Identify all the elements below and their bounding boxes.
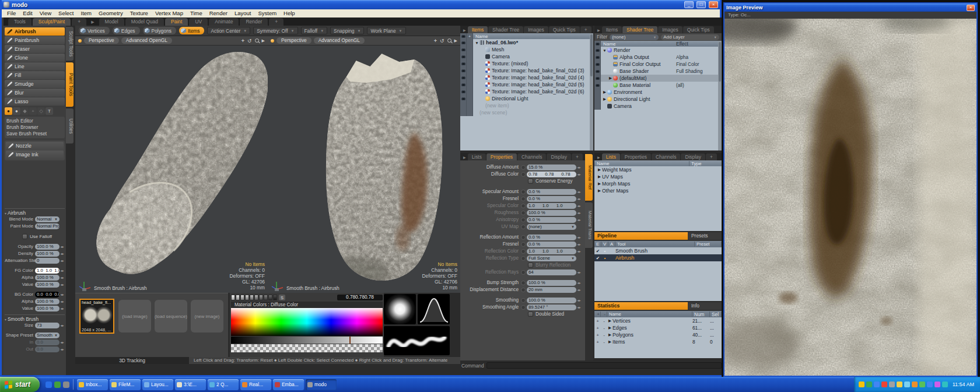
expander-icon[interactable]: ▼ — [602, 48, 607, 52]
channel-toggle-icon[interactable] — [521, 218, 526, 222]
tree-row-texture-image-head-bake-final-02d-3[interactable]: Texture: Image: head_bake_final_02d (3) — [460, 67, 593, 74]
menu-texture[interactable]: Texture — [127, 9, 152, 18]
field-in[interactable]: 0.0 — [35, 340, 60, 345]
tree-row-final-color-output[interactable]: Final Color OutputFinal Color — [594, 61, 722, 68]
lists-tab-lists[interactable]: Lists — [602, 153, 620, 160]
tray-icon-5[interactable] — [897, 382, 902, 387]
items-tab-x[interactable]: + — [580, 26, 592, 33]
add-layer-button[interactable]: Add Layer▼ — [661, 34, 719, 40]
expander-icon[interactable]: ▶ — [597, 181, 602, 186]
gray-preset-swatch-1[interactable] — [236, 295, 240, 300]
viewport-widget-icon[interactable] — [271, 39, 274, 43]
button-load-image[interactable]: (load image) — [118, 300, 151, 332]
link-save-brush-preset[interactable]: Save Brush Preset — [6, 131, 63, 137]
alpha-checker-strip[interactable] — [231, 344, 383, 352]
expander-icon[interactable]: ▶ — [597, 174, 602, 179]
stepper-icon[interactable]: ◂▸ — [576, 211, 582, 215]
shader-tab-items[interactable]: Items — [602, 26, 622, 33]
zoom-icon[interactable] — [255, 38, 259, 43]
tray-icon-10[interactable] — [935, 382, 940, 387]
side-tab-material-ref[interactable]: Material Ref — [585, 154, 593, 201]
gray-preset-swatch-5[interactable] — [254, 295, 258, 300]
panel-arrow-icon[interactable]: ▶ — [596, 28, 601, 33]
field-density[interactable]: 100.0 % — [35, 251, 60, 257]
field-diffuse-amount[interactable]: 15.0 % — [527, 164, 576, 170]
gray-preset-swatch-6[interactable] — [259, 295, 263, 300]
tree-row-new-item[interactable]: (new item) — [460, 102, 593, 109]
tree-row-camera[interactable]: Camera — [594, 103, 722, 110]
lists-tab-display[interactable]: Display — [681, 153, 705, 160]
eye-icon[interactable] — [596, 84, 600, 87]
pan-icon[interactable]: + — [242, 38, 244, 44]
channel-toggle-icon[interactable] — [521, 270, 526, 275]
lists-tab-properties[interactable]: Properties — [621, 153, 651, 160]
eye-cell[interactable] — [460, 109, 467, 116]
field-shape-preset[interactable]: Smooth▼ — [35, 332, 60, 338]
brush-shape-1[interactable]: ● — [13, 107, 20, 115]
stepper-icon[interactable]: ◂▸ — [576, 165, 582, 169]
link-brush-editor[interactable]: Brush Editor — [6, 118, 63, 124]
mode-button-polygons[interactable]: Polygons — [143, 27, 176, 34]
eye-icon[interactable] — [461, 62, 466, 65]
stepper-icon[interactable]: ◂▸ — [60, 275, 65, 279]
tree-row-base-material[interactable]: Base Material(all) — [594, 82, 722, 89]
quick-launch-icon-2[interactable] — [63, 382, 69, 388]
viewport-widget-icon[interactable] — [78, 39, 82, 43]
eye-cell[interactable] — [594, 82, 601, 89]
panel-arrow-icon[interactable]: ▶ — [462, 28, 467, 33]
hue-gradient[interactable] — [231, 308, 383, 336]
stepper-icon[interactable]: ◂▸ — [576, 288, 582, 292]
channel-toggle-icon[interactable] — [521, 172, 526, 177]
side-tab-material-trans[interactable]: Material Trans — [585, 202, 593, 248]
menu-system[interactable]: System — [254, 9, 280, 18]
eye-cell[interactable] — [460, 95, 467, 102]
tree-row-directional-light[interactable]: ▶Directional Light — [594, 96, 722, 103]
collapse-minus-icon[interactable]: - — [601, 332, 607, 338]
maps-row-other-maps[interactable]: ▶Other Maps — [594, 187, 722, 194]
section-arrow-icon[interactable]: ▾ — [5, 318, 6, 321]
side-tab-utilities[interactable]: Utilities — [66, 108, 74, 144]
channel-toggle-icon[interactable] — [521, 165, 526, 170]
layout-tab-animate[interactable]: Animate — [209, 18, 239, 26]
layout-tab-x[interactable]: + — [72, 18, 86, 26]
toolbar-dropdown-work-plane[interactable]: Work Plane▼ — [367, 27, 405, 34]
tree-row-texture-image-head-bake-final-02d-4[interactable]: Texture: Image: head_bake_final_02d (4) — [460, 74, 593, 81]
gray-preset-swatch-4[interactable] — [250, 295, 254, 300]
tray-icon-8[interactable] — [919, 382, 925, 387]
tray-icon-6[interactable] — [904, 382, 910, 387]
menu-select[interactable]: Select — [55, 9, 77, 18]
pipeline-row-smooth-brush[interactable]: ✔•Smooth Brush — [594, 247, 722, 254]
task-button-modo[interactable]: modo — [306, 379, 337, 390]
mode-button-edges[interactable]: Edges — [113, 27, 140, 34]
eye-icon[interactable] — [596, 49, 600, 52]
expand-plus-icon[interactable]: + — [594, 318, 601, 324]
menu-edit[interactable]: Edit — [19, 9, 36, 18]
viewport-menu-icon[interactable]: ▶ — [262, 38, 265, 43]
stepper-icon[interactable]: ◂▸ — [60, 268, 65, 272]
value-gradient[interactable] — [231, 337, 383, 344]
expand-plus-icon[interactable]: + — [594, 340, 601, 345]
stepper-icon[interactable]: ◂▸ — [576, 190, 582, 194]
tool-lasso[interactable]: Lasso — [5, 97, 65, 106]
visible-dot-icon[interactable]: • — [601, 256, 608, 261]
channel-toggle-icon[interactable] — [521, 305, 526, 310]
props-tab-display[interactable]: Display — [547, 153, 570, 160]
stepper-icon[interactable]: ◂▸ — [576, 281, 582, 285]
channel-toggle-icon[interactable] — [521, 204, 526, 208]
stepper-icon[interactable]: ◂▸ — [576, 249, 582, 253]
field-value[interactable]: 100.0 % — [35, 282, 60, 288]
task-button-3-e[interactable]: 3:\E... — [175, 379, 206, 390]
side-tab-sculpt-tools[interactable]: Sculpt Tools — [66, 27, 74, 61]
layout-tab-render[interactable]: Render — [240, 18, 268, 26]
eye-cell[interactable] — [594, 89, 601, 96]
eye-cell[interactable] — [460, 39, 467, 46]
eye-cell[interactable] — [460, 81, 467, 88]
field-smoothing-angle[interactable]: 89.5247 ° — [527, 304, 576, 310]
eye-cell[interactable] — [460, 53, 467, 60]
start-button[interactable]: start — [0, 377, 40, 392]
eye-icon[interactable] — [461, 48, 466, 51]
quick-launch-icon-0[interactable] — [46, 382, 52, 388]
checkbox-double-sided[interactable] — [528, 312, 533, 317]
stepper-icon[interactable]: ◂▸ — [60, 258, 65, 262]
tree-row-mesh[interactable]: Mesh — [460, 46, 593, 53]
